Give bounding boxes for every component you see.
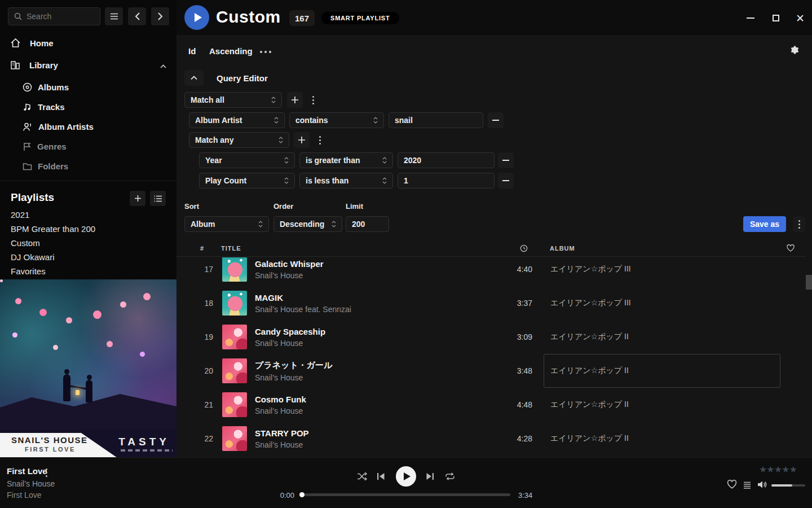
menu-button[interactable] (105, 7, 123, 25)
now-playing-artist: Snail’s House (7, 479, 55, 488)
sidebar-item-genres[interactable]: Genres (0, 138, 176, 154)
repeat-button[interactable] (445, 472, 455, 481)
volume-slider[interactable] (771, 484, 805, 487)
gear-icon[interactable] (790, 45, 800, 57)
seek-knob[interactable] (299, 492, 304, 497)
track-cover-art (222, 325, 247, 349)
search-input[interactable] (27, 12, 89, 21)
column-title[interactable]: TITLE (221, 245, 241, 252)
limit-input[interactable]: 200 (346, 216, 389, 232)
track-album: エイリアン☆ポップ III (550, 298, 631, 308)
table-row[interactable]: 17 Galactic Whisper Snail’s House 4:40 エ… (176, 257, 806, 286)
rule-field-select[interactable]: Album Artist (189, 112, 285, 128)
sidebar-playlist-item[interactable]: 2021 (11, 208, 163, 221)
save-as-button[interactable]: Save as (743, 216, 786, 232)
track-album-cell[interactable]: エイリアン☆ポップ III (544, 286, 780, 320)
table-row[interactable]: 18 MAGIK Snail’s House feat. Sennzai 3:3… (176, 286, 806, 320)
sidebar-item-album-artists[interactable]: Album Artists (0, 119, 176, 134)
favorite-heart-icon[interactable] (787, 244, 795, 253)
more-options-icon[interactable] (260, 51, 271, 53)
add-rule-button[interactable] (287, 92, 303, 108)
star-icon[interactable]: ★ (766, 464, 774, 475)
column-index[interactable]: # (200, 245, 204, 252)
table-row[interactable]: 19 Candy Spaceship Snail’s House 3:09 エイ… (176, 320, 806, 354)
group-rule-field-select[interactable]: Play Count (199, 173, 295, 189)
sidebar-item-home[interactable]: Home (0, 34, 176, 51)
remove-rule-button[interactable] (498, 152, 514, 168)
sort-direction-control[interactable]: Ascending (209, 46, 253, 56)
play-pause-button[interactable] (396, 466, 416, 487)
sort-select[interactable]: Album (184, 216, 269, 232)
playlist-label: Custom (11, 238, 40, 248)
sidebar-item-library[interactable]: Library (0, 56, 176, 73)
window-maximize-button[interactable] (768, 11, 784, 25)
query-editor-collapse-button[interactable] (184, 70, 204, 86)
page-title: Custom (216, 7, 281, 27)
nav-forward-button[interactable] (151, 7, 169, 25)
window-close-button[interactable]: ✕ (792, 11, 808, 25)
sort-field-control[interactable]: Id (188, 46, 196, 56)
favorite-button[interactable] (727, 479, 737, 492)
group-rule-operator-select[interactable]: is greater than (299, 152, 393, 168)
sidebar-item-albums[interactable]: Albums (0, 79, 176, 95)
seek-bar[interactable] (302, 493, 510, 496)
track-title: Cosmo Funk (255, 395, 498, 404)
rating-stars[interactable]: ★ ★ ★ ★ ★ (760, 464, 797, 475)
chevron-up-icon[interactable] (160, 60, 166, 70)
group-menu-icon[interactable] (314, 132, 325, 148)
match-type-select[interactable]: Match all (184, 92, 282, 108)
order-select[interactable]: Descending (273, 216, 342, 232)
nav-back-button[interactable] (128, 7, 146, 25)
volume-button[interactable] (757, 480, 767, 491)
rule-value-input[interactable]: snail (389, 112, 483, 128)
star-icon[interactable]: ★ (759, 464, 767, 475)
sidebar-playlist-item[interactable]: Favorites (11, 264, 163, 278)
star-icon[interactable]: ★ (774, 464, 782, 475)
remove-rule-button[interactable] (498, 173, 514, 189)
save-menu-icon[interactable] (793, 216, 805, 232)
group-rule-field-select[interactable]: Year (199, 152, 295, 168)
rule-operator-select[interactable]: contains (289, 112, 384, 128)
group-add-rule-button[interactable] (294, 132, 310, 148)
star-icon[interactable]: ★ (782, 464, 789, 475)
scrollbar-thumb[interactable] (806, 275, 812, 290)
shuffle-button[interactable] (357, 472, 367, 481)
track-table-header: # TITLE ALBUM (176, 242, 806, 257)
group-match-type-select[interactable]: Match any (189, 132, 289, 148)
now-playing-album-art[interactable]: SNAIL'S HOUSE FIRST LOVE TASTY (0, 279, 176, 457)
table-row[interactable]: 21 Cosmo Funk Snail’s House 4:48 エイリアン☆ポ… (176, 388, 806, 422)
track-album-cell[interactable]: エイリアン☆ポップ II (544, 354, 780, 388)
sidebar-playlist-item[interactable]: DJ Okawari (11, 250, 163, 264)
star-icon[interactable]: ★ (789, 464, 797, 475)
search-input-wrap[interactable] (8, 7, 100, 25)
track-album-cell[interactable]: エイリアン☆ポップ II (544, 320, 780, 354)
play-playlist-button[interactable] (184, 5, 209, 30)
group-rule-value-input[interactable]: 2020 (398, 152, 495, 168)
table-row[interactable]: 22 STARRY POP Snail’s House 4:28 エイリアン☆ポ… (176, 422, 806, 456)
sidebar-playlist-item[interactable]: BPM Greater than 200 (11, 222, 163, 235)
sidebar-item-folders[interactable]: Folders (0, 158, 176, 174)
select-spinner-icon (271, 96, 276, 104)
table-row[interactable]: 20 プラネット・ガール Snail’s House 3:48 エイリアン☆ポッ… (176, 354, 806, 388)
duration-clock-icon[interactable] (520, 244, 528, 253)
queue-button[interactable] (743, 481, 751, 492)
track-album-cell[interactable]: エイリアン☆ポップ II (544, 422, 780, 456)
playlist-label: BPM Greater than 200 (11, 224, 95, 234)
track-album-cell[interactable]: エイリアン☆ポップ II (544, 388, 780, 422)
previous-track-button[interactable] (377, 472, 385, 480)
next-track-button[interactable] (426, 472, 434, 480)
window-minimize-button[interactable] (743, 11, 758, 25)
column-album[interactable]: ALBUM (550, 245, 575, 252)
add-playlist-button[interactable] (130, 191, 145, 206)
remove-rule-button[interactable] (488, 112, 504, 128)
music-note-icon (23, 102, 32, 112)
playlist-list-button[interactable] (150, 191, 166, 206)
now-playing-menu-icon[interactable] (46, 468, 47, 477)
sidebar-playlist-item[interactable]: Custom (11, 236, 163, 249)
rule-group-menu-icon[interactable] (307, 92, 319, 108)
group-rule-operator-select[interactable]: is less than (299, 173, 393, 189)
playlists-heading: Playlists (11, 191, 54, 204)
sidebar-item-tracks[interactable]: Tracks (0, 99, 176, 115)
track-album-cell[interactable]: エイリアン☆ポップ III (544, 257, 780, 286)
group-rule-value-input[interactable]: 1 (398, 173, 495, 189)
